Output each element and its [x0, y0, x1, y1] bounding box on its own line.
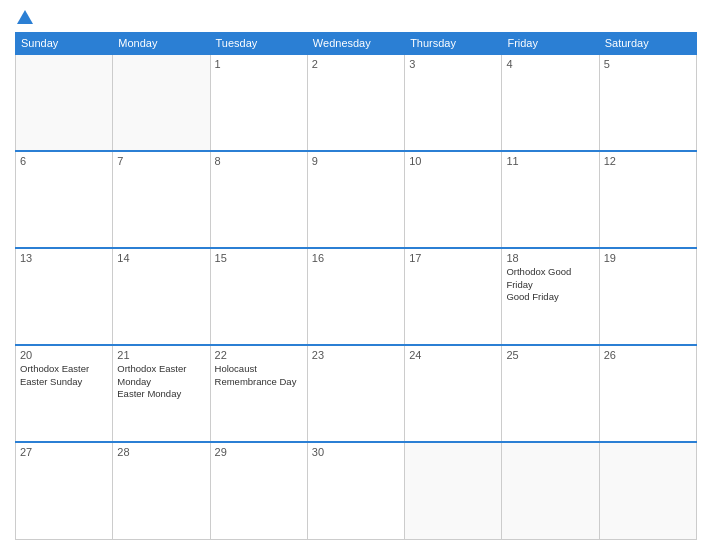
calendar-cell: 6: [16, 151, 113, 248]
day-number: 2: [312, 58, 400, 70]
day-number: 27: [20, 446, 108, 458]
day-number: 15: [215, 252, 303, 264]
day-number: 23: [312, 349, 400, 361]
calendar-cell: 2: [307, 54, 404, 151]
weekday-header-tuesday: Tuesday: [210, 33, 307, 55]
calendar-week-row: 6789101112: [16, 151, 697, 248]
day-number: 19: [604, 252, 692, 264]
calendar-event: Good Friday: [506, 291, 594, 303]
calendar-week-row: 131415161718Orthodox Good FridayGood Fri…: [16, 248, 697, 345]
day-number: 30: [312, 446, 400, 458]
calendar-event: Orthodox Good Friday: [506, 266, 594, 291]
calendar-cell: 7: [113, 151, 210, 248]
calendar-cell: 4: [502, 54, 599, 151]
calendar-header: [15, 10, 697, 24]
day-number: 17: [409, 252, 497, 264]
calendar-cell: 10: [405, 151, 502, 248]
day-number: 12: [604, 155, 692, 167]
calendar-cell: 25: [502, 345, 599, 442]
calendar-cell: 18Orthodox Good FridayGood Friday: [502, 248, 599, 345]
day-number: 7: [117, 155, 205, 167]
calendar-cell: 19: [599, 248, 696, 345]
day-number: 3: [409, 58, 497, 70]
day-number: 9: [312, 155, 400, 167]
calendar-cell: 29: [210, 442, 307, 539]
day-number: 1: [215, 58, 303, 70]
day-number: 20: [20, 349, 108, 361]
calendar-cell: [502, 442, 599, 539]
day-number: 28: [117, 446, 205, 458]
weekday-header-row: SundayMondayTuesdayWednesdayThursdayFrid…: [16, 33, 697, 55]
calendar-cell: 14: [113, 248, 210, 345]
day-number: 8: [215, 155, 303, 167]
weekday-header-thursday: Thursday: [405, 33, 502, 55]
day-number: 6: [20, 155, 108, 167]
day-number: 24: [409, 349, 497, 361]
calendar-cell: 24: [405, 345, 502, 442]
calendar-cell: 8: [210, 151, 307, 248]
calendar-cell: 27: [16, 442, 113, 539]
day-number: 29: [215, 446, 303, 458]
day-number: 26: [604, 349, 692, 361]
calendar-cell: 28: [113, 442, 210, 539]
calendar-cell: 9: [307, 151, 404, 248]
calendar-cell: 17: [405, 248, 502, 345]
day-number: 14: [117, 252, 205, 264]
day-number: 10: [409, 155, 497, 167]
day-number: 16: [312, 252, 400, 264]
calendar-cell: 5: [599, 54, 696, 151]
calendar-event: Easter Monday: [117, 388, 205, 400]
day-number: 18: [506, 252, 594, 264]
day-number: 21: [117, 349, 205, 361]
calendar-cell: 21Orthodox Easter MondayEaster Monday: [113, 345, 210, 442]
calendar-cell: [113, 54, 210, 151]
calendar-cell: 1: [210, 54, 307, 151]
calendar-cell: [405, 442, 502, 539]
calendar-event: Easter Sunday: [20, 376, 108, 388]
weekday-header-sunday: Sunday: [16, 33, 113, 55]
calendar-cell: 22Holocaust Remembrance Day: [210, 345, 307, 442]
calendar-week-row: 12345: [16, 54, 697, 151]
calendar-week-row: 27282930: [16, 442, 697, 539]
calendar-cell: 30: [307, 442, 404, 539]
calendar-event: Orthodox Easter: [20, 363, 108, 375]
weekday-header-monday: Monday: [113, 33, 210, 55]
day-number: 25: [506, 349, 594, 361]
logo: [15, 10, 35, 24]
day-number: 4: [506, 58, 594, 70]
logo-triangle-icon: [17, 10, 33, 24]
calendar-cell: 15: [210, 248, 307, 345]
calendar-cell: 16: [307, 248, 404, 345]
calendar-cell: 26: [599, 345, 696, 442]
calendar-cell: 23: [307, 345, 404, 442]
calendar-week-row: 20Orthodox EasterEaster Sunday21Orthodox…: [16, 345, 697, 442]
calendar-cell: [599, 442, 696, 539]
calendar-cell: 13: [16, 248, 113, 345]
calendar-cell: 3: [405, 54, 502, 151]
calendar-cell: 20Orthodox EasterEaster Sunday: [16, 345, 113, 442]
calendar-cell: 11: [502, 151, 599, 248]
calendar-table: SundayMondayTuesdayWednesdayThursdayFrid…: [15, 32, 697, 540]
day-number: 13: [20, 252, 108, 264]
day-number: 22: [215, 349, 303, 361]
weekday-header-wednesday: Wednesday: [307, 33, 404, 55]
calendar-cell: 12: [599, 151, 696, 248]
calendar-cell: [16, 54, 113, 151]
weekday-header-saturday: Saturday: [599, 33, 696, 55]
day-number: 5: [604, 58, 692, 70]
calendar-event: Holocaust Remembrance Day: [215, 363, 303, 388]
day-number: 11: [506, 155, 594, 167]
weekday-header-friday: Friday: [502, 33, 599, 55]
calendar-page: SundayMondayTuesdayWednesdayThursdayFrid…: [0, 0, 712, 550]
calendar-event: Orthodox Easter Monday: [117, 363, 205, 388]
